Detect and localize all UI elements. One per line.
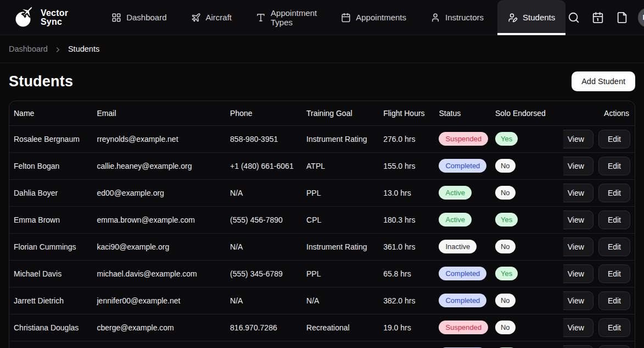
cell-training-goal: ATPL (302, 152, 379, 179)
nav-item-dashboard[interactable]: Dashboard (101, 0, 177, 35)
cell-status: Completed (434, 152, 491, 179)
cell-status: Inactive (434, 233, 491, 260)
calendar-icon (341, 13, 351, 23)
cell-solo-endorsed: No (491, 314, 563, 341)
cell-solo-endorsed: No (491, 287, 563, 314)
nav-right-actions: DU (565, 8, 644, 27)
solo-endorsed-badge: Yes (495, 213, 518, 227)
nav-item-label: Students (523, 13, 555, 22)
edit-button[interactable]: Edit (598, 318, 630, 337)
edit-button[interactable]: Edit (598, 130, 630, 148)
cell-training-goal: Instrument Rating (302, 125, 379, 152)
view-button[interactable]: View (563, 184, 593, 202)
view-button[interactable]: View (563, 130, 593, 148)
cell-actions: View Edit (563, 152, 635, 179)
cell-training-goal (302, 341, 379, 348)
cell-flight-hours: 361.0 hrs (379, 233, 434, 260)
cell-name: Christiana Douglas (9, 314, 92, 341)
brand-name: Vector Sync (41, 9, 68, 25)
cell-name: Emma Brown (9, 206, 92, 233)
cell-flight-hours: 382.0 hrs (379, 287, 434, 314)
cell-flight-hours: 180.3 hrs (379, 206, 434, 233)
cell-training-goal: N/A (302, 287, 379, 314)
cell-name: Felton Bogan (9, 152, 92, 179)
nav-item-appointments[interactable]: Appointments (331, 0, 417, 35)
view-button[interactable]: View (563, 345, 593, 348)
documents-button[interactable] (614, 9, 630, 26)
cell-flight-hours: 19.0 hrs (379, 314, 434, 341)
table-row: Dahlia Boyer ed00@example.org N/A PPL 13… (9, 179, 635, 206)
cell-phone: 858-980-3951 (226, 125, 302, 152)
column-header-name: Name (9, 101, 92, 125)
breadcrumb-current-page: Students (68, 45, 99, 53)
view-button[interactable]: View (563, 264, 593, 283)
brand[interactable]: Vector Sync (13, 5, 68, 30)
cell-status: Completed (434, 260, 491, 287)
cell-actions: View Edit (563, 206, 635, 233)
type-icon (256, 13, 266, 23)
cell-actions: View Edit (563, 125, 635, 152)
nav-item-instructors[interactable]: Instructors (420, 0, 494, 35)
cell-flight-hours: 276.0 hrs (379, 125, 434, 152)
view-button[interactable]: View (563, 157, 593, 175)
cell-email: jennifer00@example.net (92, 287, 226, 314)
cell-training-goal: PPL (302, 260, 379, 287)
breadcrumb-dashboard-link[interactable]: Dashboard (9, 45, 48, 53)
edit-button[interactable]: Edit (598, 184, 630, 202)
cell-phone: N/A (226, 179, 302, 206)
aircraft-icon (191, 13, 201, 23)
students-table: NameEmailPhoneTraining GoalFlight HoursS… (9, 101, 635, 348)
cell-status: Completed (434, 287, 491, 314)
column-header-solo-endorsed: Solo Endorsed (491, 101, 563, 125)
cell-solo-endorsed: Yes (491, 341, 563, 348)
edit-button[interactable]: Edit (598, 211, 630, 229)
cell-status: Completed (434, 341, 491, 348)
solo-endorsed-badge: Yes (495, 132, 518, 146)
nav-item-appointment-types[interactable]: Appointment Types (245, 0, 327, 35)
table-row: Jarrett Dietrich jennifer00@example.net … (9, 287, 635, 314)
table-header-row: NameEmailPhoneTraining GoalFlight HoursS… (9, 101, 635, 125)
cell-training-goal: PPL (302, 179, 379, 206)
cell-email: cberge@example.com (92, 314, 226, 341)
view-button[interactable]: View (563, 291, 593, 310)
nav-item-label: Appointments (356, 13, 406, 22)
table-header: NameEmailPhoneTraining GoalFlight HoursS… (9, 101, 635, 125)
edit-button[interactable]: Edit (598, 345, 630, 348)
nav-item-students[interactable]: Students (497, 0, 565, 35)
edit-button[interactable]: Edit (598, 157, 630, 175)
calendar-button[interactable] (590, 9, 606, 26)
solo-endorsed-badge: Yes (495, 267, 518, 281)
edit-button[interactable]: Edit (598, 237, 630, 256)
user-avatar[interactable]: DU (638, 8, 644, 27)
view-button[interactable]: View (563, 318, 593, 337)
edit-button[interactable]: Edit (598, 291, 630, 310)
status-badge: Inactive (439, 240, 477, 254)
cell-name: Jarrett Dietrich (9, 287, 92, 314)
cell-solo-endorsed: No (491, 152, 563, 179)
cell-status: Suspended (434, 314, 491, 341)
nav-item-aircraft[interactable]: Aircraft (181, 0, 243, 35)
cell-email: ed00@example.org (92, 179, 226, 206)
add-student-button[interactable]: Add Student (572, 71, 635, 91)
view-button[interactable]: View (563, 211, 593, 229)
cell-email (92, 341, 226, 348)
cell-actions: View Edit (563, 341, 635, 348)
cell-name: Florian Cummings (9, 233, 92, 260)
column-header-email: Email (92, 101, 226, 125)
search-button[interactable] (565, 9, 582, 26)
cell-flight-hours: 13.0 hrs (379, 179, 434, 206)
column-header-training-goal: Training Goal (302, 101, 379, 125)
status-badge: Completed (439, 267, 486, 281)
cell-actions: View Edit (563, 314, 635, 341)
cell-phone (226, 341, 302, 348)
cell-email: emma.brown@example.com (92, 206, 226, 233)
table-row: Rosalee Bergnaum rreynolds@example.net 8… (9, 125, 635, 152)
breadcrumb: Dashboard Students (0, 35, 644, 63)
table-row: Florian Cummings kaci90@example.org N/A … (9, 233, 635, 260)
status-badge: Suspended (439, 132, 488, 146)
edit-button[interactable]: Edit (598, 264, 630, 283)
solo-endorsed-badge: No (495, 294, 516, 308)
table-row: Completed Yes View Edit (9, 341, 635, 348)
status-badge: Active (439, 186, 471, 200)
view-button[interactable]: View (563, 237, 593, 256)
